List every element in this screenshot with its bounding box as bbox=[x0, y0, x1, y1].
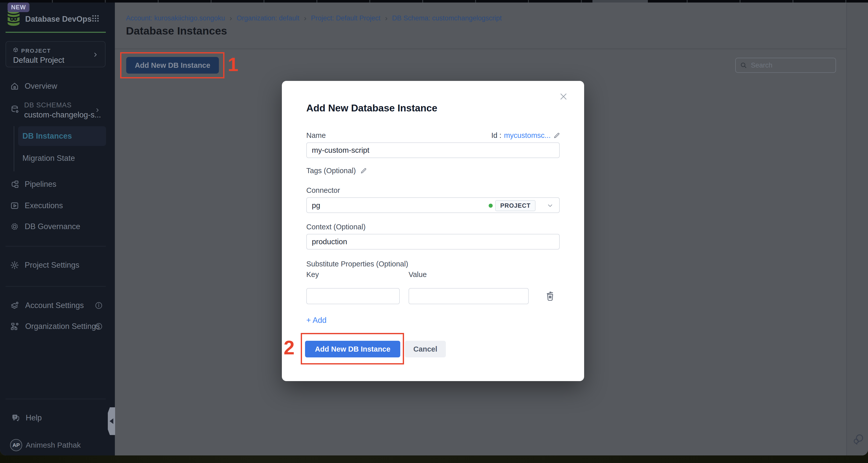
sidebar-item-overview[interactable]: Overview bbox=[10, 81, 57, 91]
apps-grid-icon[interactable] bbox=[91, 14, 100, 24]
sidebar-collapse-handle[interactable] bbox=[108, 407, 115, 435]
sidebar-item-label: DB Governance bbox=[25, 222, 80, 231]
layers-gear-icon bbox=[10, 301, 20, 310]
sidebar-item-label: Executions bbox=[25, 201, 63, 210]
connector-status-dot bbox=[489, 204, 493, 208]
sidebar: NEW Database DevOps bbox=[0, 2, 115, 456]
name-label: Name bbox=[306, 131, 326, 140]
support-chat-icon[interactable] bbox=[852, 433, 865, 446]
edit-id-pencil-icon[interactable] bbox=[553, 132, 560, 139]
tags-row: Tags (Optional) bbox=[306, 167, 367, 175]
screen: NEW Database DevOps bbox=[0, 0, 868, 463]
submenu-tree-line bbox=[13, 126, 14, 171]
sidebar-item-label: Migration State bbox=[23, 154, 75, 163]
user-name: Animesh Pathak bbox=[26, 441, 81, 450]
sidebar-divider bbox=[5, 246, 106, 247]
sidebar-item-label: Project Settings bbox=[25, 261, 79, 270]
key-input[interactable] bbox=[306, 288, 400, 304]
search-box bbox=[735, 58, 836, 73]
sidebar-item-label: Organization Settings bbox=[25, 322, 100, 331]
sidebar-item-label: Help bbox=[26, 413, 42, 423]
breadcrumb-separator: › bbox=[385, 14, 388, 23]
connector-scope-badge: PROJECT bbox=[495, 200, 535, 211]
name-input[interactable] bbox=[306, 142, 560, 158]
search-input[interactable] bbox=[751, 61, 840, 69]
executions-icon bbox=[10, 201, 19, 210]
browser-top-strip bbox=[0, 0, 868, 2]
info-icon[interactable] bbox=[95, 322, 103, 330]
connector-value: pg bbox=[312, 201, 320, 210]
trash-icon[interactable] bbox=[545, 290, 555, 303]
pipelines-icon bbox=[10, 180, 19, 189]
database-gear-icon bbox=[10, 105, 20, 115]
desktop-bottom-strip bbox=[0, 456, 868, 463]
sidebar-item-migration-state[interactable]: Migration State bbox=[23, 153, 75, 163]
cube-icon bbox=[13, 47, 19, 54]
substitute-properties-label: Substitute Properties (Optional) bbox=[306, 260, 408, 268]
breadcrumb: Account: kurosakiichigo.songoku › Organi… bbox=[126, 14, 502, 23]
chevron-down-icon bbox=[547, 202, 554, 209]
scrollbar-gutter[interactable] bbox=[846, 2, 868, 456]
brand-divider bbox=[5, 32, 106, 33]
connector-label: Connector bbox=[306, 186, 340, 195]
breadcrumb-account[interactable]: Account: kurosakiichigo.songoku bbox=[126, 15, 225, 22]
user-menu[interactable]: AP Animesh Pathak bbox=[10, 439, 81, 451]
sidebar-item-account-settings[interactable]: Account Settings bbox=[10, 300, 84, 311]
info-icon[interactable] bbox=[95, 301, 103, 310]
sidebar-group-value: custom-changelog-s... bbox=[24, 110, 101, 119]
svg-text:?: ? bbox=[14, 415, 16, 419]
project-switcher-value: Default Project bbox=[13, 56, 64, 65]
sidebar-item-pipelines[interactable]: Pipelines bbox=[10, 179, 56, 189]
sidebar-item-label: Overview bbox=[25, 82, 57, 91]
annotation-box-step-2 bbox=[301, 333, 404, 365]
org-chart-gear-icon bbox=[10, 322, 20, 331]
new-badge: NEW bbox=[7, 2, 29, 12]
project-switcher[interactable]: PROJECT Default Project bbox=[5, 41, 105, 67]
breadcrumb-separator: › bbox=[229, 14, 232, 23]
modal-title: Add New Database Instance bbox=[306, 103, 437, 114]
breadcrumb-organization[interactable]: Organization: default bbox=[237, 15, 299, 22]
close-icon[interactable] bbox=[559, 92, 568, 102]
gear-icon bbox=[10, 261, 19, 270]
sidebar-item-label: DB Instances bbox=[23, 132, 72, 141]
annotation-number-1: 1 bbox=[228, 53, 238, 75]
gear-icon bbox=[10, 222, 19, 231]
breadcrumb-db-schema[interactable]: DB Schema: customchangelogscript bbox=[392, 15, 502, 22]
page-title: Database Instances bbox=[126, 25, 227, 37]
context-input[interactable] bbox=[306, 234, 560, 250]
help-chat-icon: ? bbox=[11, 413, 20, 423]
id-value-link[interactable]: mycustomsc... bbox=[504, 131, 551, 140]
project-switcher-caption: PROJECT bbox=[21, 48, 51, 54]
value-input[interactable] bbox=[408, 288, 529, 304]
sidebar-divider bbox=[5, 286, 106, 287]
key-column-label: Key bbox=[306, 270, 319, 279]
product-name: Database DevOps bbox=[25, 15, 92, 24]
chevron-right-icon bbox=[93, 51, 98, 59]
edit-tags-pencil-icon[interactable] bbox=[360, 167, 367, 174]
modal-cancel-button[interactable]: Cancel bbox=[405, 341, 446, 357]
sidebar-item-help[interactable]: ? Help bbox=[11, 413, 42, 423]
breadcrumb-project[interactable]: Project: Default Project bbox=[311, 15, 380, 22]
instance-id-row: Id : mycustomsc... bbox=[491, 131, 560, 140]
context-label: Context (Optional) bbox=[306, 223, 366, 231]
add-property-link[interactable]: + Add bbox=[306, 316, 327, 325]
avatar: AP bbox=[10, 439, 22, 451]
id-label: Id : bbox=[491, 131, 501, 140]
sidebar-item-label: Account Settings bbox=[25, 301, 84, 310]
browser-top-strip-segment bbox=[592, 0, 648, 2]
value-column-label: Value bbox=[408, 270, 427, 279]
sidebar-item-organization-settings[interactable]: Organization Settings bbox=[10, 321, 100, 331]
home-icon bbox=[10, 82, 19, 91]
connector-select[interactable]: pg PROJECT bbox=[306, 197, 560, 213]
sidebar-item-project-settings[interactable]: Project Settings bbox=[10, 260, 79, 270]
chevron-right-icon bbox=[95, 107, 100, 114]
triangle-left-icon bbox=[110, 418, 113, 424]
sidebar-item-db-instances[interactable]: DB Instances bbox=[18, 126, 106, 146]
annotation-number-2: 2 bbox=[284, 336, 294, 359]
breadcrumb-separator: › bbox=[304, 14, 306, 23]
sidebar-divider bbox=[5, 399, 106, 399]
tags-label: Tags (Optional) bbox=[306, 167, 356, 175]
sidebar-item-db-governance[interactable]: DB Governance bbox=[10, 222, 80, 232]
sidebar-item-label: Pipelines bbox=[25, 180, 56, 189]
sidebar-item-executions[interactable]: Executions bbox=[10, 201, 63, 211]
